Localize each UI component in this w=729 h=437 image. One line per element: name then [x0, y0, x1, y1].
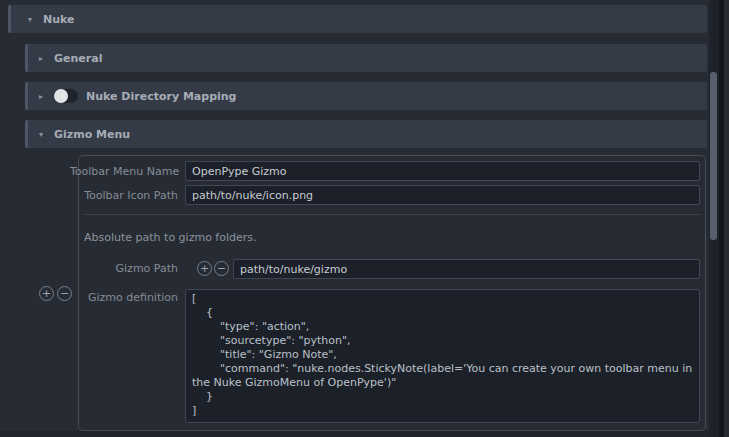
remove-path-button[interactable]: − [214, 261, 229, 276]
chevron-down-icon[interactable]: ▾ [36, 130, 46, 139]
section-header-general[interactable]: ▸ General [25, 44, 707, 72]
content-bottom-edge [0, 431, 709, 437]
divider [84, 214, 702, 215]
gizmo-definition-label: Gizmo definition [70, 291, 178, 304]
gizmo-path-label: Gizmo Path [70, 262, 178, 275]
chevron-right-icon[interactable]: ▸ [36, 54, 46, 63]
toggle-knob [54, 89, 68, 103]
toolbar-menu-name-input[interactable] [185, 161, 700, 181]
section-label-general: General [54, 52, 102, 65]
gizmo-path-note: Absolute path to gizmo folders. [84, 231, 257, 244]
add-path-button[interactable]: + [197, 261, 212, 276]
add-item-button[interactable]: + [39, 286, 54, 301]
section-header-nuke-directory-mapping[interactable]: ▸ Nuke Directory Mapping [25, 82, 707, 110]
gizmo-path-input[interactable] [233, 259, 700, 279]
gizmo-definition-textarea[interactable]: [ { "type": "action", "sourcetype": "pyt… [185, 289, 700, 423]
toolbar-icon-path-label: Toolbar Icon Path [70, 189, 178, 202]
section-label-nuke-directory-mapping: Nuke Directory Mapping [86, 90, 237, 103]
toolbar-menu-name-label: Toolbar Menu Name [70, 165, 178, 178]
settings-page: ▾ Nuke ▸ General ▸ Nuke Directory Mappin… [0, 0, 729, 437]
section-header-gizmo-menu[interactable]: ▾ Gizmo Menu [25, 120, 707, 148]
section-label-nuke: Nuke [43, 13, 75, 26]
enable-toggle[interactable] [54, 89, 78, 103]
outer-scroll-area [724, 0, 729, 437]
section-label-gizmo-menu: Gizmo Menu [54, 128, 130, 141]
toolbar-icon-path-input[interactable] [185, 185, 700, 205]
section-header-nuke[interactable]: ▾ Nuke [8, 5, 707, 33]
chevron-right-icon[interactable]: ▸ [36, 92, 46, 101]
chevron-down-icon[interactable]: ▾ [25, 15, 35, 24]
vertical-scrollbar-thumb[interactable] [710, 72, 717, 240]
